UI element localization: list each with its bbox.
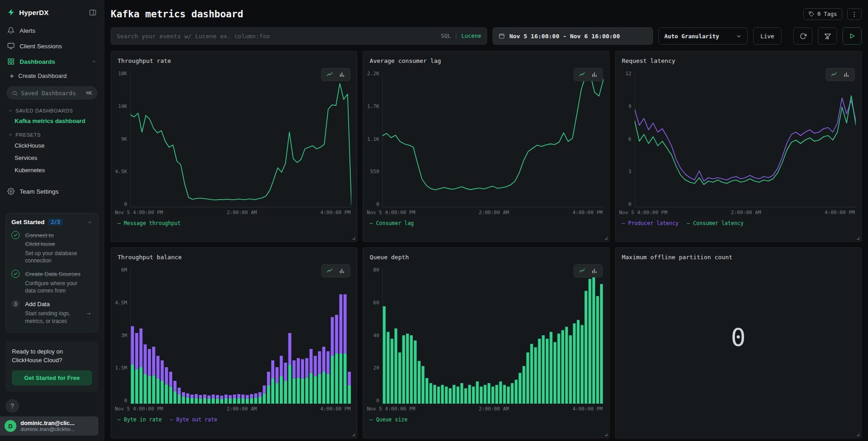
chart-legend: — Producer latency— Consumer latency xyxy=(616,215,861,226)
resize-handle[interactable] xyxy=(603,432,608,436)
shortcut-hint: ⌘K xyxy=(86,90,92,96)
sidebar-item-dashboards[interactable]: Dashboards xyxy=(0,54,104,69)
kebab-menu-button[interactable]: ⋮ xyxy=(847,8,862,20)
line-chart-icon[interactable] xyxy=(579,71,586,78)
legend-item: — Byte in rate xyxy=(118,416,162,423)
create-dashboard-button[interactable]: Create Dashboard xyxy=(0,69,104,82)
sidebar-item-services[interactable]: Services xyxy=(0,152,104,164)
chevron-up-icon[interactable] xyxy=(87,220,92,225)
progress-badge: 2/3 xyxy=(48,219,63,226)
sidebar-item-alerts[interactable]: Alerts xyxy=(0,23,104,38)
line-chart-icon[interactable] xyxy=(326,267,333,274)
panel-title: Average consumer lag xyxy=(363,51,609,66)
plus-icon xyxy=(9,73,15,79)
play-icon xyxy=(849,33,855,39)
line-chart-icon[interactable] xyxy=(831,71,837,78)
get-started-step-1[interactable]: Connect to ClickHouse Set up your databa… xyxy=(11,231,92,264)
granularity-select[interactable]: Auto Granularity xyxy=(658,27,748,45)
sidebar-item-clickhouse[interactable]: ClickHouse xyxy=(0,139,104,152)
bar-chart-icon[interactable] xyxy=(339,71,345,78)
panel-title: Throughput balance xyxy=(111,248,357,262)
filter-button[interactable] xyxy=(818,27,837,45)
live-button[interactable]: Live xyxy=(753,27,781,45)
events-search-input[interactable] xyxy=(117,33,437,40)
resize-handle[interactable] xyxy=(855,432,860,436)
bell-icon xyxy=(7,27,15,34)
panel-title: Queue depth xyxy=(363,248,609,262)
bar-chart-icon[interactable] xyxy=(339,267,345,274)
resize-handle[interactable] xyxy=(351,432,355,436)
chart-area: 129630 xyxy=(616,71,861,207)
sidebar-collapse-icon[interactable] xyxy=(89,9,97,16)
y-axis-tick: 4.5M xyxy=(115,300,128,306)
saved-dashboards-search[interactable]: ⌘K xyxy=(6,86,98,100)
sidebar-item-kafka-dashboard[interactable]: Kafka metrics dashboard xyxy=(0,115,104,127)
panel-max-offline-partition-count: Maximum offline partition count 0 xyxy=(615,247,862,438)
x-axis-tick: 4:00:00 PM xyxy=(825,210,855,215)
events-search[interactable]: SQL | Lucene xyxy=(111,27,487,45)
help-button[interactable]: ? xyxy=(5,399,19,413)
y-axis-tick: 0 xyxy=(376,398,380,404)
y-axis: 18K14K9K4.5K0 xyxy=(111,71,130,207)
date-range-value: Nov 5 16:00:00 - Nov 6 16:00:00 xyxy=(509,33,620,40)
arrow-right-icon[interactable]: → xyxy=(85,309,92,316)
get-started-free-button[interactable]: Get Started for Free xyxy=(12,370,92,385)
user-menu[interactable]: D dominic.tran@clic... dominic.tran@clic… xyxy=(0,416,98,436)
get-started-step-2[interactable]: Create Data Sources Configure where your… xyxy=(11,270,92,294)
bar-chart-icon[interactable] xyxy=(591,267,598,274)
sidebar-item-label: Alerts xyxy=(20,27,36,34)
step-title: Create Data Sources xyxy=(25,271,80,277)
sidebar-item-team-settings[interactable]: Team Settings xyxy=(0,184,104,199)
line-chart-icon[interactable] xyxy=(326,71,333,78)
panel-throughput-rate: Throughput rate 18K14K9K4.5K0 Nov 5 4:00… xyxy=(111,51,357,242)
saved-dashboards-search-input[interactable] xyxy=(21,90,83,97)
sidebar-item-kubernetes[interactable]: Kubernetes xyxy=(0,164,104,176)
check-circle-icon xyxy=(11,270,20,278)
single-value-display: 0 xyxy=(616,247,861,432)
resize-handle[interactable] xyxy=(351,236,355,240)
dashboard-grid: Throughput rate 18K14K9K4.5K0 Nov 5 4:00… xyxy=(111,51,862,438)
resize-handle[interactable] xyxy=(855,236,860,240)
y-axis-tick: 1.7K xyxy=(367,103,380,109)
create-dashboard-label: Create Dashboard xyxy=(18,72,67,79)
monitor-icon xyxy=(7,42,15,50)
bar-chart-icon[interactable] xyxy=(843,71,850,78)
resize-handle[interactable] xyxy=(603,236,608,240)
grid-icon xyxy=(7,58,15,65)
date-range-picker[interactable]: Nov 5 16:00:00 - Nov 6 16:00:00 xyxy=(493,27,653,45)
x-axis-tick: Nov 5 4:00:00 PM xyxy=(115,210,163,215)
chevron-up-icon[interactable] xyxy=(91,59,97,64)
chart-type-toolbar xyxy=(321,264,350,277)
tags-button-label: 0 Tags xyxy=(817,11,837,17)
y-axis-tick: 4.5K xyxy=(115,169,128,174)
section-presets[interactable]: PRESETS xyxy=(0,127,104,139)
bar-chart-icon[interactable] xyxy=(591,71,598,78)
x-axis-tick: 4:00:00 PM xyxy=(320,210,350,215)
get-started-step-3[interactable]: 3 Add Data Start sending logs, metrics, … xyxy=(11,300,92,324)
lang-lucene-toggle[interactable]: Lucene xyxy=(462,33,481,39)
chart-plot xyxy=(635,71,856,207)
x-axis-tick: 4:00:00 PM xyxy=(320,406,350,412)
refresh-button[interactable] xyxy=(793,27,812,45)
x-axis-tick: Nov 5 4:00:00 PM xyxy=(619,210,668,215)
chart-area: 2.2K1.7K1.1K5500 xyxy=(363,71,609,207)
y-axis-tick: 1.1K xyxy=(367,136,380,142)
y-axis-tick: 12 xyxy=(625,71,631,77)
get-started-title: Get Started xyxy=(11,219,45,226)
y-axis: 806040200 xyxy=(363,267,382,404)
sidebar-item-client-sessions[interactable]: Client Sessions xyxy=(0,38,104,54)
run-query-button[interactable] xyxy=(842,27,862,45)
chart-type-toolbar xyxy=(574,68,603,81)
lang-sql-toggle[interactable]: SQL xyxy=(441,33,451,39)
chart-area: 806040200 xyxy=(363,267,609,404)
sidebar-item-label: Client Sessions xyxy=(20,43,62,50)
tags-button[interactable]: 0 Tags xyxy=(803,8,842,20)
get-started-card: Get Started 2/3 Connect to ClickHouse Se… xyxy=(5,213,98,333)
y-axis-tick: 60 xyxy=(373,300,379,306)
chart-legend: — Message throughput xyxy=(111,215,357,226)
section-saved-dashboards[interactable]: SAVED DASHBOARDS xyxy=(0,103,104,115)
x-axis: Nov 5 4:00:00 PM2:00:00 AM4:00:00 PM xyxy=(363,207,609,215)
search-icon xyxy=(12,90,18,96)
query-toolbar: SQL | Lucene Nov 5 16:00:00 - Nov 6 16:0… xyxy=(111,27,862,45)
line-chart-icon[interactable] xyxy=(579,267,586,274)
